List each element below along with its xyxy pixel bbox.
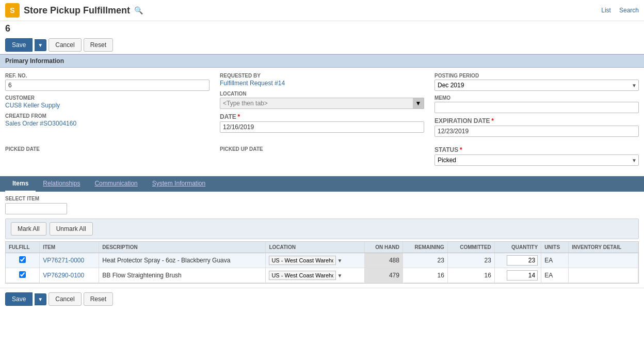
- items-table: FULFILL ITEM DESCRIPTION LOCATION ON HAN…: [6, 242, 638, 283]
- status-group: STATUS * Picked Pending Fulfilled Cancel…: [434, 146, 639, 166]
- location-label: LOCATION: [220, 91, 424, 97]
- tab-system-information[interactable]: System Information: [145, 176, 213, 192]
- mark-all-button[interactable]: Mark All: [11, 222, 46, 236]
- bottom-reset-button[interactable]: Reset: [84, 292, 113, 306]
- col-on-hand: ON HAND: [365, 242, 403, 253]
- fulfill-checkbox-2[interactable]: [19, 271, 26, 278]
- picked-row: PICKED DATE PICKED UP DATE STATUS * Pick…: [0, 146, 644, 174]
- col3: POSTING PERIOD Dec 2019 Nov 2019 Jan 202…: [434, 73, 639, 141]
- expiration-date-group: EXPIRATION DATE *: [434, 117, 639, 137]
- requested-by-label: REQUESTED BY: [220, 73, 424, 79]
- item-cell-2: VP76290-0100: [40, 268, 99, 283]
- customer-label: CUSTOMER: [5, 95, 210, 101]
- description-cell-2: BB Flow Straightening Brush: [99, 268, 266, 283]
- picked-date-label: PICKED DATE: [5, 146, 210, 152]
- requested-by-value[interactable]: Fulfillment Request #14: [220, 80, 424, 87]
- posting-period-select[interactable]: Dec 2019 Nov 2019 Jan 2020: [434, 80, 639, 91]
- tab-items[interactable]: Items: [5, 176, 36, 192]
- units-cell-1: EA: [541, 253, 569, 268]
- save-dropdown-button[interactable]: ▼: [35, 39, 46, 51]
- on-hand-cell-1: 488: [365, 253, 403, 268]
- expiration-date-input[interactable]: [434, 126, 639, 137]
- tab-communication[interactable]: Communication: [87, 176, 144, 192]
- col-fulfill: FULFILL: [6, 242, 40, 253]
- bottom-save-dropdown-button[interactable]: ▼: [35, 293, 46, 305]
- bottom-save-button[interactable]: Save: [5, 292, 33, 306]
- posting-period-wrap: Dec 2019 Nov 2019 Jan 2020 ▼: [434, 80, 639, 91]
- committed-cell-2: 16: [447, 268, 494, 283]
- location-input[interactable]: [220, 98, 424, 109]
- ref-no-group: REF. NO.: [5, 73, 210, 91]
- date-input[interactable]: [220, 121, 424, 133]
- cancel-button[interactable]: Cancel: [49, 38, 81, 52]
- posting-period-group: POSTING PERIOD Dec 2019 Nov 2019 Jan 202…: [434, 73, 639, 91]
- primary-info-form: REF. NO. CUSTOMER CUS8 Keller Supply CRE…: [0, 68, 644, 146]
- col-description: DESCRIPTION: [99, 242, 266, 253]
- unmark-all-button[interactable]: Unmark All: [50, 222, 93, 236]
- top-toolbar: Save ▼ Cancel Reset: [0, 36, 644, 54]
- date-group: DATE *: [220, 113, 424, 133]
- tab-relationships[interactable]: Relationships: [36, 176, 87, 192]
- col-committed: COMMITTED: [447, 242, 494, 253]
- memo-label: MEMO: [434, 95, 639, 101]
- col-units: UNITS: [541, 242, 569, 253]
- description-cell-1: Heat Protector Spray - 6oz - Blackberry …: [99, 253, 266, 268]
- quantity-cell-2: [494, 268, 541, 283]
- date-label: DATE *: [220, 113, 424, 120]
- location-dropdown-2: US - West Coast Warehouse : S.I ▼: [269, 271, 361, 280]
- requested-by-group: REQUESTED BY Fulfillment Request #14: [220, 73, 424, 87]
- ref-no-label: REF. NO.: [5, 73, 210, 79]
- fulfill-checkbox-cell-2: [6, 268, 40, 283]
- list-link[interactable]: List: [601, 7, 611, 14]
- location-select-2[interactable]: US - West Coast Warehouse : S.I: [269, 271, 336, 280]
- fulfill-checkbox-cell: [6, 253, 40, 268]
- header-left: S Store Pickup Fulfillment 🔍: [5, 3, 143, 18]
- search-link[interactable]: Search: [619, 7, 639, 14]
- picked-up-date-group: PICKED UP DATE: [220, 146, 424, 166]
- search-icon[interactable]: 🔍: [134, 6, 143, 14]
- bottom-cancel-button[interactable]: Cancel: [49, 292, 81, 306]
- created-from-value[interactable]: Sales Order #SO3004160: [5, 120, 210, 127]
- location-cell-2: US - West Coast Warehouse : S.I ▼: [266, 268, 365, 283]
- app-icon: S: [5, 3, 20, 18]
- committed-cell-1: 23: [447, 253, 494, 268]
- ref-no-input[interactable]: [5, 80, 210, 91]
- item-link-2[interactable]: VP76290-0100: [43, 272, 84, 279]
- table-row: VP76290-0100 BB Flow Straightening Brush…: [6, 268, 638, 283]
- created-from-label: CREATED FROM: [5, 113, 210, 119]
- quantity-input-2[interactable]: [507, 270, 538, 281]
- remaining-cell-1: 23: [403, 253, 447, 268]
- posting-period-label: POSTING PERIOD: [434, 73, 639, 79]
- reset-button[interactable]: Reset: [84, 38, 113, 52]
- save-button[interactable]: Save: [5, 38, 33, 52]
- memo-group: MEMO: [434, 95, 639, 113]
- col-item: ITEM: [40, 242, 99, 253]
- col-inventory-detail: INVENTORY DETAIL: [569, 242, 638, 253]
- memo-input[interactable]: [434, 102, 639, 113]
- page-title: Store Pickup Fulfillment: [24, 5, 130, 16]
- location-wrap: ▼: [220, 98, 424, 109]
- customer-value[interactable]: CUS8 Keller Supply: [5, 102, 210, 109]
- col2: REQUESTED BY Fulfillment Request #14 LOC…: [220, 73, 424, 141]
- page-header: S Store Pickup Fulfillment 🔍 List Search: [0, 0, 644, 21]
- item-link-1[interactable]: VP76271-0000: [43, 257, 84, 264]
- inventory-detail-cell-2: [569, 268, 638, 283]
- status-select[interactable]: Picked Pending Fulfilled Cancelled: [434, 154, 639, 166]
- col1: REF. NO. CUSTOMER CUS8 Keller Supply CRE…: [5, 73, 210, 141]
- picked-date-group: PICKED DATE: [5, 146, 210, 166]
- status-label: STATUS *: [434, 146, 639, 153]
- select-item-input[interactable]: [5, 203, 67, 214]
- picked-up-date-label: PICKED UP DATE: [220, 146, 424, 152]
- mark-bar: Mark All Unmark All: [5, 219, 639, 239]
- location-dropdown-button[interactable]: ▼: [413, 98, 424, 109]
- header-nav: List Search: [601, 7, 639, 14]
- created-from-group: CREATED FROM Sales Order #SO3004160: [5, 113, 210, 127]
- units-cell-2: EA: [541, 268, 569, 283]
- location-arrow-2: ▼: [337, 273, 342, 278]
- customer-group: CUSTOMER CUS8 Keller Supply: [5, 95, 210, 109]
- fulfill-checkbox-1[interactable]: [19, 256, 26, 263]
- item-cell-1: VP76271-0000: [40, 253, 99, 268]
- inventory-detail-cell-1: [569, 253, 638, 268]
- quantity-input-1[interactable]: [507, 255, 538, 266]
- location-select-1[interactable]: US - West Coast Warehouse : S.I: [269, 256, 336, 265]
